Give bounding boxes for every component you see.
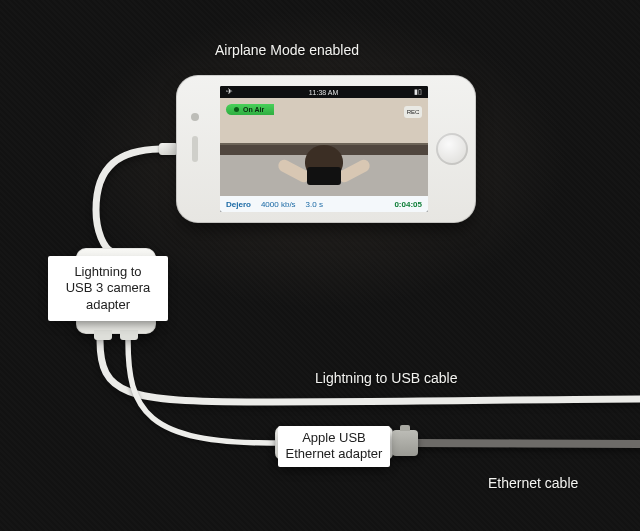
airplane-mode-icon: ✈︎	[226, 88, 233, 96]
on-air-label: On Air	[243, 106, 264, 113]
label-usb3-adapter: Lightning toUSB 3 cameraadapter	[48, 256, 168, 321]
earpiece-speaker	[192, 136, 198, 162]
diagram-stage: ✈︎ 11:38 AM ▮▯ On Air REC	[0, 0, 640, 531]
cable-lightning-to-adapter	[96, 149, 160, 252]
adapter-port-lightning	[120, 330, 138, 340]
home-button[interactable]	[436, 133, 468, 165]
rec-label: REC	[407, 109, 420, 115]
rj45-connector	[392, 430, 418, 456]
status-time: 11:38 AM	[309, 89, 339, 96]
adapter-port-usb	[94, 330, 112, 340]
label-airplane-mode: Airplane Mode enabled	[215, 42, 359, 58]
on-air-pill: On Air	[226, 104, 274, 115]
label-eth-adapter: Apple USBEthernet adapter	[278, 426, 390, 467]
live-video-preview: On Air REC	[220, 98, 428, 196]
lightning-connector	[159, 143, 177, 155]
status-bar: ✈︎ 11:38 AM ▮▯	[220, 86, 428, 98]
rec-badge: REC	[404, 106, 422, 118]
bitrate-readout: 4000 kb/s	[261, 200, 296, 209]
app-bottom-bar: Dejero 4000 kb/s 3.0 s 0:04:05	[220, 196, 428, 212]
iphone: ✈︎ 11:38 AM ▮▯ On Air REC	[176, 75, 476, 223]
label-lightning-usb-cable: Lightning to USB cable	[315, 370, 457, 386]
latency-readout: 3.0 s	[306, 200, 323, 209]
battery-icon: ▮▯	[414, 88, 422, 96]
app-brand: Dejero	[226, 200, 251, 209]
front-camera	[191, 113, 199, 121]
label-ethernet-cable: Ethernet cable	[488, 475, 578, 491]
phone-screen[interactable]: ✈︎ 11:38 AM ▮▯ On Air REC	[220, 86, 428, 212]
elapsed-time: 0:04:05	[394, 200, 422, 209]
cable-adapter-to-eth-adapter	[128, 340, 276, 443]
subject-silhouette	[279, 145, 369, 196]
cable-ethernet	[416, 443, 640, 444]
